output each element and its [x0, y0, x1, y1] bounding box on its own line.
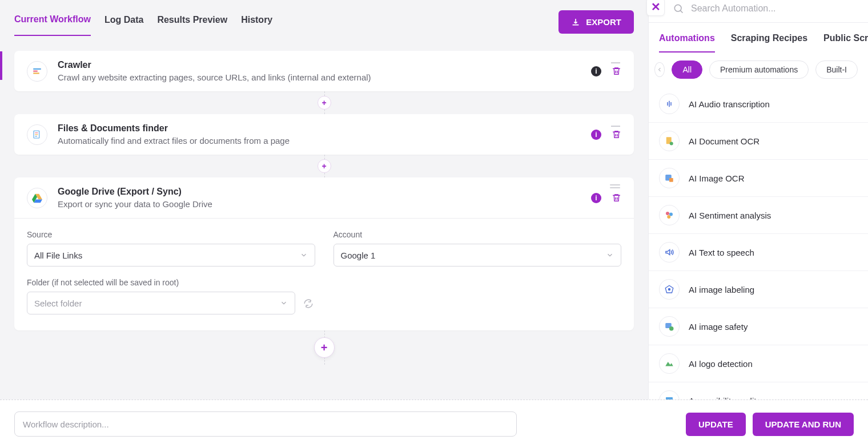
- automation-ai-audio-transcription[interactable]: AI Audio transcription: [649, 86, 868, 123]
- svg-point-19: [667, 215, 670, 219]
- collapse-icon[interactable]: —: [611, 58, 620, 68]
- add-step-button[interactable]: +: [318, 96, 331, 110]
- automation-label: AI logo detection: [689, 359, 753, 369]
- card-titles: Google Drive (Export / Sync) Export or s…: [58, 187, 581, 209]
- trash-icon[interactable]: [612, 193, 621, 203]
- refresh-icon[interactable]: [303, 298, 314, 309]
- update-button[interactable]: UPDATE: [686, 413, 746, 436]
- automation-label: AI image labeling: [689, 285, 754, 294]
- svg-rect-8: [610, 187, 620, 188]
- speaker-icon: [659, 242, 680, 263]
- automation-label: AI Sentiment analysis: [689, 211, 771, 220]
- export-label: EXPORT: [586, 17, 621, 27]
- filter-builtin[interactable]: Built-I: [815, 60, 858, 79]
- automation-ai-tts[interactable]: AI Text to speech: [649, 234, 868, 271]
- svg-point-23: [669, 326, 674, 331]
- automations-list: AI Audio transcription AI Document OCR A…: [649, 86, 868, 419]
- svg-rect-16: [669, 178, 673, 182]
- automation-label: AI Document OCR: [689, 136, 760, 146]
- info-icon[interactable]: i: [591, 130, 601, 140]
- filter-premium[interactable]: Premium automations: [709, 60, 809, 79]
- image-ocr-icon: [659, 168, 680, 188]
- source-label: Source: [27, 230, 315, 239]
- filters-prev-button[interactable]: [654, 62, 665, 77]
- update-and-run-button[interactable]: UPDATE AND RUN: [753, 413, 854, 436]
- bottom-bar: UPDATE UPDATE AND RUN: [0, 399, 868, 448]
- workflow-description-input[interactable]: [14, 411, 517, 437]
- card-title: Files & Documents finder: [58, 123, 581, 134]
- chevron-down-icon: [300, 251, 308, 259]
- workflow-body: — Crawler Crawl any website extracting p…: [0, 39, 648, 370]
- card-title: Google Drive (Export / Sync): [58, 187, 581, 197]
- card-header: Files & Documents finder Automatically f…: [14, 114, 634, 155]
- tab-results-preview[interactable]: Results Preview: [157, 15, 227, 35]
- connector: +: [14, 155, 634, 177]
- card-google-drive: Google Drive (Export / Sync) Export or s…: [14, 177, 634, 330]
- info-icon[interactable]: i: [591, 193, 601, 203]
- add-step-button[interactable]: +: [314, 337, 335, 358]
- document-icon: [659, 131, 680, 151]
- svg-rect-2: [33, 72, 39, 74]
- shield-icon: [659, 316, 680, 337]
- filter-row: All Premium automations Built-I: [649, 53, 868, 83]
- folder-select[interactable]: Select folder: [27, 292, 295, 314]
- automation-ai-image-ocr[interactable]: AI Image OCR: [649, 160, 868, 197]
- search-input[interactable]: [691, 3, 868, 14]
- card-title: Crawler: [58, 60, 581, 70]
- svg-rect-6: [35, 136, 37, 136]
- source-field: Source All File Links: [27, 230, 315, 267]
- add-step-button[interactable]: +: [318, 159, 331, 173]
- automation-label: AI Audio transcription: [689, 99, 770, 109]
- files-icon: [27, 124, 47, 145]
- card-titles: Crawler Crawl any website extracting pag…: [58, 60, 581, 82]
- left-accent-bar: [0, 51, 2, 80]
- tab-scraping-recipes[interactable]: Scraping Recipes: [731, 33, 807, 53]
- svg-rect-4: [35, 132, 38, 133]
- tab-public-scraping[interactable]: Public Scrapi: [823, 33, 868, 53]
- tab-automations[interactable]: Automations: [659, 33, 715, 53]
- automation-ai-logo-detection[interactable]: AI logo detection: [649, 345, 868, 382]
- tab-current-workflow[interactable]: Current Workflow: [14, 14, 91, 36]
- card-actions: i: [591, 193, 621, 203]
- main-area: Current Workflow Log Data Results Previe…: [0, 0, 648, 448]
- label-icon: [659, 279, 680, 300]
- source-value: All File Links: [34, 251, 82, 260]
- panel-tabs: Automations Scraping Recipes Public Scra…: [649, 23, 868, 53]
- export-button[interactable]: EXPORT: [558, 10, 634, 34]
- automation-label: AI Image OCR: [689, 173, 745, 183]
- drag-handle-icon[interactable]: [610, 184, 620, 189]
- account-select[interactable]: Google 1: [333, 244, 622, 267]
- automation-ai-document-ocr[interactable]: AI Document OCR: [649, 123, 868, 160]
- tab-log-data[interactable]: Log Data: [105, 15, 143, 35]
- collapse-icon[interactable]: —: [611, 121, 620, 131]
- folder-field: Folder (if not selected will be saved in…: [27, 278, 295, 314]
- info-icon[interactable]: i: [591, 66, 601, 76]
- account-label: Account: [333, 230, 622, 239]
- svg-rect-5: [35, 134, 38, 135]
- card-header: Google Drive (Export / Sync) Export or s…: [14, 177, 634, 218]
- chevron-down-icon: [280, 299, 288, 307]
- svg-rect-0: [33, 68, 41, 69]
- card-desc: Automatically find and extract files or …: [58, 136, 581, 146]
- card-header: Crawler Crawl any website extracting pag…: [14, 51, 634, 91]
- automations-panel: ✕ Automations Scraping Recipes Public Sc…: [648, 0, 868, 399]
- connector: +: [14, 330, 634, 365]
- search-icon: [673, 3, 684, 14]
- svg-point-12: [674, 5, 681, 11]
- svg-rect-1: [33, 70, 38, 71]
- connector: +: [14, 91, 634, 114]
- automation-ai-image-safety[interactable]: AI image safety: [649, 308, 868, 345]
- svg-rect-7: [610, 184, 620, 185]
- card-desc: Export or sync your data to Google Drive: [58, 199, 581, 209]
- source-select[interactable]: All File Links: [27, 244, 315, 267]
- tab-history[interactable]: History: [241, 15, 272, 35]
- automation-ai-image-labeling[interactable]: AI image labeling: [649, 271, 868, 308]
- account-value: Google 1: [341, 251, 376, 260]
- close-panel-button[interactable]: ✕: [646, 0, 665, 16]
- automation-ai-sentiment[interactable]: AI Sentiment analysis: [649, 197, 868, 234]
- filter-all[interactable]: All: [672, 60, 702, 79]
- logo-icon: [659, 353, 680, 374]
- account-field: Account Google 1: [333, 230, 622, 267]
- svg-point-17: [666, 212, 669, 215]
- chevron-down-icon: [606, 251, 614, 259]
